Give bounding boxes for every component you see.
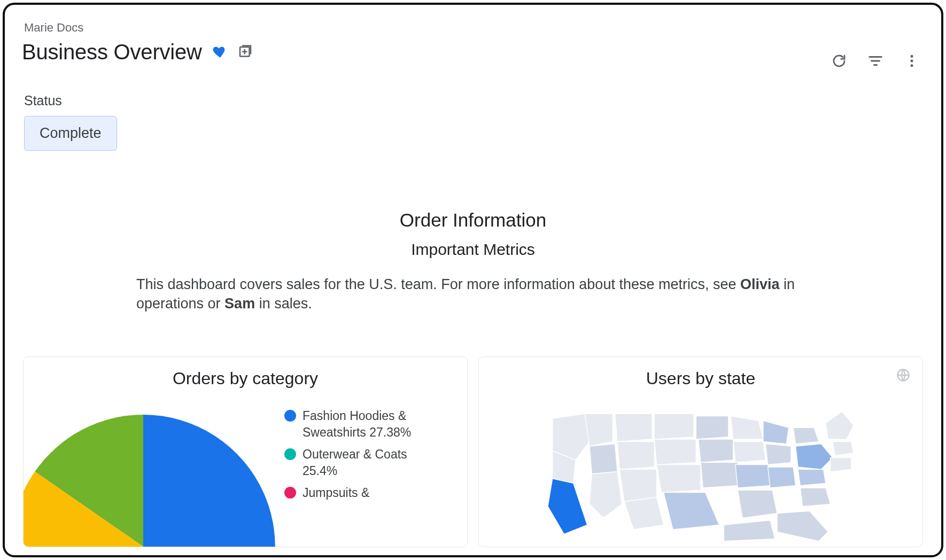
section-title: Order Information bbox=[21, 209, 925, 231]
pie-legend: Fashion Hoodies & Sweatshirts 27.38% Out… bbox=[284, 408, 434, 507]
title-row: Business Overview bbox=[22, 40, 925, 64]
legend-dot-icon bbox=[284, 448, 296, 460]
legend-item[interactable]: Outerwear & Coats 25.4% bbox=[284, 446, 434, 479]
us-map bbox=[492, 405, 910, 543]
panel-orders-by-category[interactable]: Orders by category bbox=[23, 356, 468, 547]
svg-point-1 bbox=[911, 55, 913, 58]
state-california[interactable] bbox=[548, 479, 587, 534]
legend-dot-icon bbox=[284, 487, 296, 499]
status-filter-block: Status Complete bbox=[24, 93, 925, 151]
section-subtitle: Important Metrics bbox=[21, 240, 925, 259]
legend-item[interactable]: Jumpsuits & bbox=[284, 485, 434, 501]
toolbar-right bbox=[831, 53, 920, 69]
panel-users-by-state[interactable]: Users by state bbox=[478, 356, 923, 547]
panel-title: Orders by category bbox=[36, 369, 454, 388]
svg-point-3 bbox=[911, 64, 913, 67]
section-header: Order Information Important Metrics This… bbox=[21, 209, 925, 314]
globe-icon[interactable] bbox=[896, 368, 911, 383]
desc-text: This dashboard covers sales for the U.S.… bbox=[136, 276, 740, 292]
panels-row: Orders by category bbox=[21, 356, 925, 547]
contact-olivia: Olivia bbox=[740, 276, 780, 292]
section-description: This dashboard covers sales for the U.S.… bbox=[136, 275, 810, 314]
svg-point-2 bbox=[911, 60, 913, 63]
desc-text: in sales. bbox=[255, 295, 312, 312]
pie-chart-wrap: Fashion Hoodies & Sweatshirts 27.38% Out… bbox=[36, 408, 454, 547]
status-chip[interactable]: Complete bbox=[24, 116, 117, 151]
pie-chart bbox=[23, 408, 272, 547]
filter-icon[interactable] bbox=[867, 53, 883, 69]
legend-label: Jumpsuits & bbox=[303, 486, 369, 500]
status-label: Status bbox=[24, 93, 925, 108]
legend-value: 25.4 bbox=[303, 464, 327, 478]
more-vert-icon[interactable] bbox=[904, 53, 920, 69]
legend-label: Outerwear & Coats bbox=[303, 447, 407, 461]
contact-sam: Sam bbox=[224, 295, 255, 312]
add-to-board-icon[interactable] bbox=[237, 44, 253, 60]
state-new-york[interactable] bbox=[796, 444, 833, 470]
legend-item[interactable]: Fashion Hoodies & Sweatshirts 27.38% bbox=[284, 408, 434, 441]
breadcrumb[interactable]: Marie Docs bbox=[24, 21, 925, 35]
legend-value: 27.38 bbox=[369, 425, 400, 439]
legend-dot-icon bbox=[284, 410, 296, 422]
panel-title: Users by state bbox=[492, 369, 910, 388]
favorite-heart-icon[interactable] bbox=[211, 43, 229, 61]
refresh-icon[interactable] bbox=[831, 53, 847, 69]
page-title: Business Overview bbox=[22, 40, 202, 64]
